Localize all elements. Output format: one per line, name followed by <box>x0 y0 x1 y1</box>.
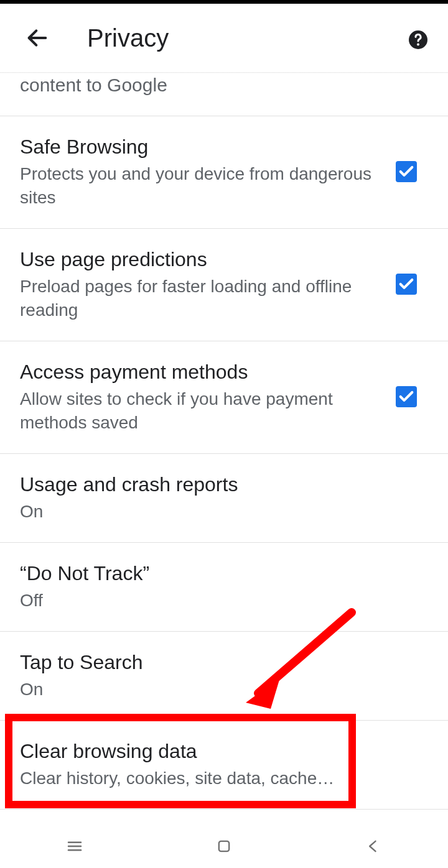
partial-previous-item-subtitle: content to Google <box>0 73 448 116</box>
divider <box>0 809 448 810</box>
checkbox-safe-browsing[interactable] <box>396 161 417 182</box>
page-title: Privacy <box>87 24 169 52</box>
help-button[interactable] <box>406 27 431 52</box>
setting-title: “Do Not Track” <box>20 560 416 586</box>
nav-recents-button[interactable] <box>63 835 86 857</box>
setting-subtitle: Off <box>20 589 416 612</box>
arrow-left-icon <box>25 25 50 50</box>
setting-usage-reports[interactable]: Usage and crash reports On <box>0 454 448 542</box>
setting-page-predictions[interactable]: Use page predictions Preload pages for f… <box>0 229 448 341</box>
help-icon <box>407 29 429 51</box>
checkbox-page-predictions[interactable] <box>396 274 417 295</box>
setting-do-not-track[interactable]: “Do Not Track” Off <box>0 543 448 631</box>
menu-lines-icon <box>65 837 84 856</box>
setting-title: Tap to Search <box>20 649 416 675</box>
check-icon <box>398 388 415 405</box>
setting-tap-to-search[interactable]: Tap to Search On <box>0 632 448 720</box>
svg-point-2 <box>417 44 419 46</box>
setting-safe-browsing[interactable]: Safe Browsing Protects you and your devi… <box>0 116 448 228</box>
checkbox-payment-methods[interactable] <box>396 386 417 407</box>
chevron-left-icon <box>365 838 382 855</box>
svg-rect-7 <box>219 841 229 851</box>
check-icon <box>398 275 415 293</box>
setting-title: Use page predictions <box>20 246 383 272</box>
setting-title: Clear browsing data <box>20 738 416 764</box>
setting-clear-browsing-data[interactable]: Clear browsing data Clear history, cooki… <box>0 721 448 809</box>
nav-home-button[interactable] <box>213 835 235 857</box>
setting-title: Access payment methods <box>20 359 383 385</box>
square-icon <box>215 838 233 855</box>
nav-back-button[interactable] <box>362 835 385 857</box>
setting-subtitle: Allow sites to check if you have payment… <box>20 387 383 435</box>
system-nav-bar <box>0 824 448 868</box>
setting-title: Safe Browsing <box>20 134 383 160</box>
setting-subtitle: Protects you and your device from danger… <box>20 162 383 210</box>
back-button[interactable] <box>19 19 56 57</box>
setting-subtitle: On <box>20 500 416 524</box>
setting-subtitle: Preload pages for faster loading and off… <box>20 275 383 322</box>
setting-subtitle: On <box>20 678 416 701</box>
check-icon <box>398 163 415 180</box>
setting-title: Usage and crash reports <box>20 471 416 497</box>
setting-subtitle: Clear history, cookies, site data, cache… <box>20 767 416 790</box>
setting-payment-methods[interactable]: Access payment methods Allow sites to ch… <box>0 341 448 453</box>
app-bar: Privacy <box>0 4 448 72</box>
